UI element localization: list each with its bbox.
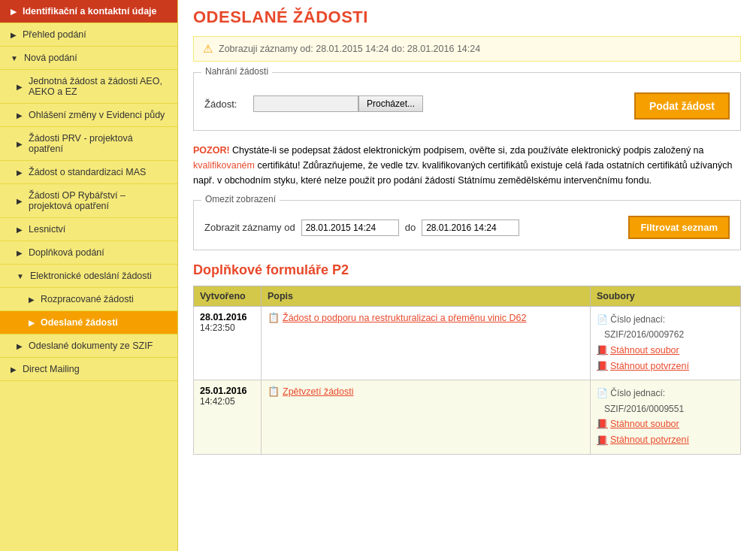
cislo-jednaci-block: 📄 Číslo jednací: SZIF/2016/0009551: [597, 386, 734, 416]
podat-zadost-button[interactable]: Podat žádost: [634, 92, 730, 120]
sidebar-item-odeslane-zadosti[interactable]: ▶ Odeslané žádosti: [0, 311, 177, 335]
warning-text1: Chystáte-li se podepsat žádost elektroni…: [232, 145, 703, 156]
soubory-cell: 📄 Číslo jednací: SZIF/2016/0009551 📕 Stá…: [591, 380, 741, 454]
data-table: Vytvořeno Popis Soubory 28.01.201614:23:…: [193, 286, 741, 455]
sidebar: ▶ Identifikační a kontaktní údaje ▶ Přeh…: [0, 0, 178, 551]
cislo-jednaci-block: 📄 Číslo jednací: SZIF/2016/0009762: [597, 312, 734, 343]
kvalifikovane-label: kvalifikovaném: [193, 160, 255, 171]
filter-from-label: Zobrazit záznamy od: [204, 222, 295, 233]
doc-file-icon: 📄: [597, 388, 608, 398]
chevron-right-icon: ▶: [17, 140, 23, 148]
info-bar: ⚠ Zobrazuji záznamy od: 28.01.2015 14:24…: [193, 36, 741, 62]
soubor-link[interactable]: Stáhnout soubor: [610, 343, 679, 359]
omezit-zobrazeni-box: Omezit zobrazení Zobrazit záznamy od do …: [193, 200, 741, 250]
time-value: 14:23:50: [200, 322, 255, 333]
date-value: 25.01.2016: [200, 386, 255, 396]
stahnout-potvrzeni-link[interactable]: 📕 Stáhnout potvrzení: [597, 359, 734, 374]
pozor-label: POZOR!: [193, 145, 230, 156]
fieldset-legend-nahrani: Nahrání žádosti: [201, 66, 272, 77]
browse-button[interactable]: Procházet...: [358, 95, 423, 112]
document-icon: 📋: [268, 312, 280, 323]
doc-file-icon: 📄: [597, 314, 608, 325]
col-header-soubory: Soubory: [591, 286, 741, 307]
filtrovat-seznam-button[interactable]: Filtrovat seznam: [628, 216, 730, 239]
pdf-icon: 📕: [597, 343, 608, 358]
chevron-right-icon: ▶: [11, 8, 17, 16]
sidebar-item-odeslane-dokumenty[interactable]: ▶ Odeslané dokumenty ze SZIF: [0, 335, 177, 358]
chevron-right-icon: ▶: [17, 111, 23, 120]
file-input-group: Procházet...: [253, 95, 423, 112]
sidebar-item-doplnkova-podani[interactable]: ▶ Doplňková podání: [0, 241, 177, 265]
page-title: ODESLANÉ ŽÁDOSTI: [193, 8, 741, 27]
soubory-cell: 📄 Číslo jednací: SZIF/2016/0009762 📕 Stá…: [591, 307, 741, 380]
filter-to-label: do: [405, 222, 416, 233]
sidebar-item-jednotna-zadost[interactable]: ▶ Jednotná žádost a žádosti AEO, AEKO a …: [0, 70, 177, 104]
pdf-icon: 📕: [597, 416, 608, 431]
potvrzeni-link[interactable]: Stáhnout potvrzení: [610, 432, 689, 448]
cislo-jednaci-value: SZIF/2016/0009551: [597, 404, 684, 414]
cislo-jednaci-label: Číslo jednací:: [610, 388, 665, 398]
chevron-right-icon: ▶: [11, 365, 17, 374]
sidebar-item-rozpracovane-zadosti[interactable]: ▶ Rozpracované žádosti: [0, 288, 177, 311]
chevron-right-icon: ▶: [17, 342, 23, 350]
cislo-jednaci-value: SZIF/2016/0009762: [597, 329, 684, 340]
stahnout-potvrzeni-link[interactable]: 📕 Stáhnout potvrzení: [597, 432, 734, 448]
sidebar-item-nova-podani[interactable]: ▼ Nová podání: [0, 47, 177, 70]
potvrzeni-link[interactable]: Stáhnout potvrzení: [610, 359, 689, 374]
filter-from-input[interactable]: [301, 219, 399, 236]
files-content: 📄 Číslo jednací: SZIF/2016/0009762 📕 Stá…: [597, 312, 734, 374]
table-row: 25.01.201614:42:05📋Zpětvzetí žádosti 📄 Č…: [194, 380, 741, 454]
stahnout-soubor-link[interactable]: 📕 Stáhnout soubor: [597, 343, 734, 359]
files-content: 📄 Číslo jednací: SZIF/2016/0009551 📕 Stá…: [597, 386, 734, 448]
form-row-zadost: Žádost: Procházet... Podat žádost: [204, 88, 730, 120]
popis-link[interactable]: Zpětvzetí žádosti: [283, 386, 354, 397]
chevron-right-icon: ▶: [11, 31, 17, 39]
file-text-display: [253, 95, 358, 112]
filter-to-input[interactable]: [422, 219, 519, 236]
warning-text-block: POZOR! Chystáte-li se podepsat žádost el…: [193, 143, 741, 188]
popis-link[interactable]: Žádost o podporu na restrukturalizaci a …: [283, 313, 526, 323]
warning-icon: ⚠: [203, 42, 213, 56]
popis-cell: 📋Zpětvzetí žádosti: [262, 380, 591, 454]
chevron-right-icon: ▶: [29, 295, 35, 304]
stahnout-soubor-link[interactable]: 📕 Stáhnout soubor: [597, 416, 734, 432]
chevron-down-icon: ▼: [11, 54, 18, 62]
chevron-down-icon: ▼: [17, 272, 24, 280]
chevron-right-icon: ▶: [17, 197, 23, 205]
label-zadost: Žádost:: [204, 98, 246, 110]
soubor-link[interactable]: Stáhnout soubor: [610, 416, 679, 432]
filter-row: Zobrazit záznamy od do Filtrovat seznam: [204, 216, 730, 239]
sidebar-item-lesnictvi[interactable]: ▶ Lesnictví: [0, 218, 177, 241]
date-value: 28.01.2016: [200, 312, 255, 322]
fieldset-legend-omezit: Omezit zobrazení: [201, 194, 280, 204]
sidebar-item-ohlaseni-zmen[interactable]: ▶ Ohlášení změny v Evidenci půdy: [0, 104, 177, 127]
nahrani-zadosti-box: Nahrání žádosti Žádost: Procházet... Pod…: [193, 72, 741, 131]
time-value: 14:42:05: [200, 396, 255, 407]
chevron-right-icon: ▶: [17, 83, 23, 91]
document-icon: 📋: [268, 386, 280, 397]
info-text: Zobrazuji záznamy od: 28.01.2015 14:24 d…: [219, 44, 480, 54]
col-header-vytvoreno: Vytvořeno: [194, 286, 262, 307]
sidebar-item-zadosti-op-rybarstvi[interactable]: ▶ Žádosti OP Rybářství – projektová opat…: [0, 184, 177, 218]
sidebar-item-prehled-podani[interactable]: ▶ Přehled podání: [0, 23, 177, 47]
date-cell: 25.01.201614:42:05: [194, 380, 262, 454]
col-header-popis: Popis: [262, 286, 591, 307]
date-cell: 28.01.201614:23:50: [194, 307, 262, 380]
pdf-icon-2: 📕: [597, 433, 608, 448]
chevron-right-icon: ▶: [29, 319, 35, 327]
chevron-right-icon: ▶: [17, 168, 23, 177]
main-content: ODESLANÉ ŽÁDOSTI ⚠ Zobrazuji záznamy od:…: [178, 0, 756, 551]
sidebar-item-identifikacni[interactable]: ▶ Identifikační a kontaktní údaje: [0, 0, 177, 23]
chevron-right-icon: ▶: [17, 226, 23, 234]
cislo-jednaci-label: Číslo jednací:: [610, 314, 665, 325]
pdf-icon-2: 📕: [597, 359, 608, 374]
popis-cell: 📋Žádost o podporu na restrukturalizaci a…: [262, 307, 591, 380]
sidebar-item-direct-mailing[interactable]: ▶ Direct Mailing: [0, 358, 177, 381]
chevron-right-icon: ▶: [17, 249, 23, 257]
sidebar-item-zadosti-prv[interactable]: ▶ Žádosti PRV - projektová opatření: [0, 127, 177, 161]
sidebar-item-zadost-standardizaci[interactable]: ▶ Žádost o standardizaci MAS: [0, 161, 177, 184]
section-title: Doplňkové formuláře P2: [193, 262, 741, 278]
warning-text2: certifikátu! Zdůrazňujeme, že vedle tzv.…: [193, 160, 732, 186]
table-row: 28.01.201614:23:50📋Žádost o podporu na r…: [194, 307, 741, 380]
sidebar-item-elektronicke-odeslani[interactable]: ▼ Elektronické odeslání žádosti: [0, 265, 177, 288]
